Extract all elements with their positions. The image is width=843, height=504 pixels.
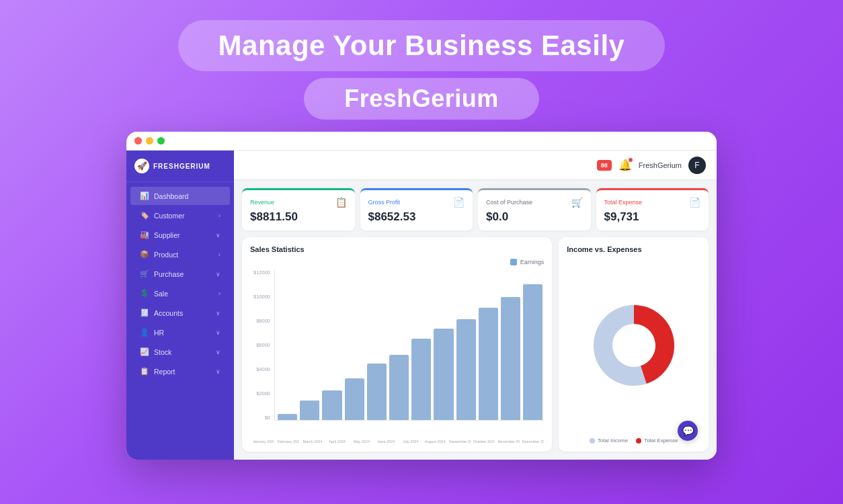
nav-label-product: Product <box>154 251 178 259</box>
window-maximize-dot[interactable] <box>157 137 165 144</box>
donut-expense-arc <box>634 314 665 375</box>
sidebar: 🚀 FRESHGERIUM 📊 Dashboard 🏷️ Customer › … <box>126 151 234 460</box>
nav-left: 🏭 Supplier <box>140 230 180 239</box>
donut-legend-label: Total Expense <box>644 437 678 444</box>
stat-card-3: Total Expense 📄 $9,731 <box>596 188 709 230</box>
bar-11 <box>523 284 543 420</box>
nav-icon-dashboard: 📊 <box>140 192 149 200</box>
charts-row: Sales Statistics Earnings $0$2000$4000$6… <box>242 237 709 452</box>
nav-left: 🏷️ Customer <box>140 211 185 220</box>
stat-cards: Revenue 📋 $8811.50 Gross Profit 📄 $8652.… <box>242 188 709 230</box>
bar-col-6 <box>411 272 431 420</box>
bar-legend: Earnings <box>250 259 544 265</box>
x-labels: January 2024February 2024March 2024April… <box>250 439 544 444</box>
bar-col-0 <box>278 272 297 420</box>
stat-label: Total Expense <box>604 199 643 206</box>
nav-icon-report: 📋 <box>140 367 149 376</box>
nav-icon-supplier: 🏭 <box>140 230 149 239</box>
bar-col-5 <box>389 272 409 420</box>
stat-value: $8652.53 <box>368 210 465 224</box>
x-label-5: June 2024 <box>375 439 397 444</box>
donut-area <box>567 259 700 432</box>
nav-icon-purchase: 🛒 <box>140 269 149 278</box>
bar-3 <box>345 378 364 420</box>
hero-title-box: Manage Your Business Easily <box>178 20 666 71</box>
sidebar-item-product[interactable]: 📦 Product › <box>130 245 230 263</box>
topbar-notification[interactable]: 🔔 <box>618 159 632 171</box>
topbar-username: FreshGerium <box>639 161 682 169</box>
nav-left: 📈 Stock <box>140 347 171 356</box>
donut-svg <box>594 305 674 386</box>
main-content: 88 🔔 FreshGerium F Revenue 📋 $8811.50 Gr… <box>234 151 717 460</box>
nav-left: 🛒 Purchase <box>140 269 184 278</box>
stat-card-header: Total Expense 📄 <box>604 197 701 208</box>
sidebar-item-report[interactable]: 📋 Report ∨ <box>130 362 230 380</box>
sidebar-item-dashboard[interactable]: 📊 Dashboard <box>130 187 230 205</box>
nav-icon-stock: 📈 <box>140 347 149 356</box>
bar-1 <box>300 401 319 420</box>
bar-chart-card: Sales Statistics Earnings $0$2000$4000$6… <box>242 237 552 452</box>
bar-4 <box>367 364 387 420</box>
bar-10 <box>501 297 520 420</box>
nav-label-customer: Customer <box>154 212 185 220</box>
nav-arrow: ∨ <box>216 310 220 317</box>
y-axis: $0$2000$4000$6000$8000$10000$12000 <box>250 269 273 421</box>
bars-inner <box>274 269 544 421</box>
x-label-3: April 2024 <box>326 439 348 444</box>
topbar-avatar[interactable]: F <box>688 157 706 174</box>
topbar: 88 🔔 FreshGerium F <box>234 151 717 180</box>
bar-col-7 <box>434 272 453 420</box>
sidebar-item-stock[interactable]: 📈 Stock ∨ <box>130 343 230 361</box>
stat-icon: 📄 <box>689 197 700 208</box>
nav-left: 📊 Dashboard <box>140 192 188 200</box>
donut-chart-card: Income vs. Expenses Total Income Total E… <box>559 237 709 452</box>
y-label: $6000 <box>250 342 273 348</box>
nav-arrow: › <box>218 290 220 297</box>
x-label-11: December 2024 <box>522 439 544 444</box>
bar-col-2 <box>322 272 342 420</box>
bar-8 <box>456 319 476 420</box>
nav-label-supplier: Supplier <box>154 231 180 239</box>
bars-wrapper: $0$2000$4000$6000$8000$10000$12000 <box>250 269 544 439</box>
stat-label: Cost of Purchase <box>486 199 532 206</box>
sidebar-item-hr[interactable]: 👤 HR ∨ <box>130 323 230 341</box>
x-label-4: May 2024 <box>351 439 372 444</box>
window-titlebar <box>126 132 717 151</box>
sidebar-item-sale[interactable]: 💲 Sale › <box>130 284 230 302</box>
logo-icon: 🚀 <box>134 159 149 173</box>
chat-fab[interactable]: 💬 <box>678 421 698 441</box>
bar-col-9 <box>479 272 498 420</box>
window-close-dot[interactable] <box>134 137 142 144</box>
stat-value: $8811.50 <box>250 210 347 224</box>
notification-dot <box>628 157 633 163</box>
bar-col-1 <box>300 272 319 420</box>
sidebar-item-customer[interactable]: 🏷️ Customer › <box>130 206 230 224</box>
x-label-2: March 2024 <box>302 439 323 444</box>
stat-card-header: Cost of Purchase 🛒 <box>486 197 583 208</box>
nav-label-stock: Stock <box>154 348 171 356</box>
hero-brand: FreshGerium <box>344 85 499 112</box>
bar-9 <box>479 308 498 420</box>
nav-icon-sale: 💲 <box>140 289 149 298</box>
bar-0 <box>278 414 297 420</box>
nav-arrow: ∨ <box>216 232 220 239</box>
y-label: $4000 <box>250 366 273 372</box>
sidebar-item-accounts[interactable]: 🧾 Accounts ∨ <box>130 304 230 322</box>
nav-arrow: › <box>218 251 220 258</box>
bar-6 <box>411 339 431 420</box>
nav-arrow: ∨ <box>216 349 220 355</box>
sidebar-item-purchase[interactable]: 🛒 Purchase ∨ <box>130 265 230 283</box>
window-minimize-dot[interactable] <box>146 137 153 144</box>
nav-icon-customer: 🏷️ <box>140 211 149 220</box>
x-label-8: September 2024 <box>449 439 471 444</box>
bar-7 <box>434 329 453 420</box>
sidebar-item-supplier[interactable]: 🏭 Supplier ∨ <box>130 226 230 244</box>
bar-chart-area: Earnings $0$2000$4000$6000$8000$10000$12… <box>250 259 544 444</box>
sidebar-logo: 🚀 FRESHGERIUM <box>126 151 234 182</box>
bar-5 <box>389 355 409 420</box>
y-label: $0 <box>250 415 273 421</box>
nav-left: 👤 HR <box>140 328 164 337</box>
hero-brand-box: FreshGerium <box>304 78 539 120</box>
nav-left: 💲 Sale <box>140 289 168 298</box>
y-label: $8000 <box>250 318 273 324</box>
